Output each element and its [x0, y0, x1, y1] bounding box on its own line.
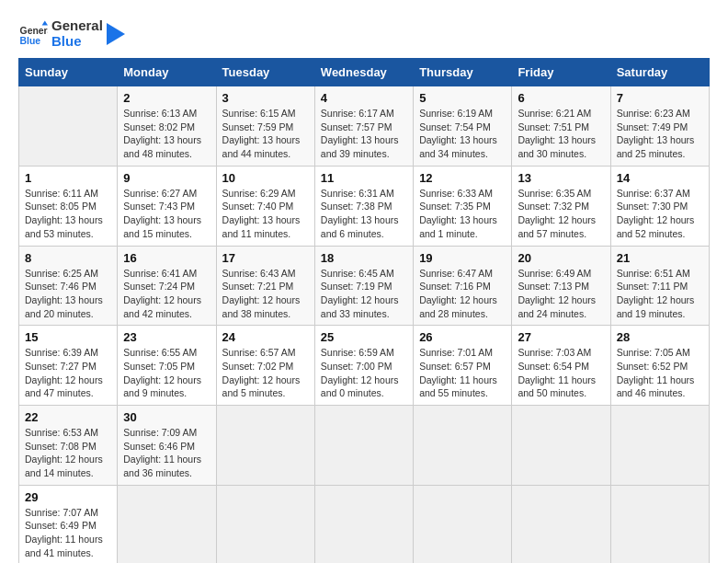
calendar-week-row: 8Sunrise: 6:25 AMSunset: 7:46 PMDaylight…	[19, 246, 710, 326]
calendar-cell: 6Sunrise: 6:21 AMSunset: 7:51 PMDaylight…	[512, 86, 610, 167]
svg-text:General: General	[20, 26, 48, 36]
daylight-text: Daylight: 12 hours and 5 minutes.	[222, 374, 301, 399]
sunset-text: Sunset: 7:32 PM	[518, 201, 589, 212]
day-info: Sunrise: 6:11 AMSunset: 8:05 PMDaylight:…	[25, 187, 111, 241]
sunrise-text: Sunrise: 7:05 AM	[617, 347, 690, 358]
calendar-cell: 18Sunrise: 6:45 AMSunset: 7:19 PMDayligh…	[314, 246, 413, 326]
day-info: Sunrise: 7:07 AMSunset: 6:49 PMDaylight:…	[25, 506, 111, 560]
day-info: Sunrise: 6:53 AMSunset: 7:08 PMDaylight:…	[25, 426, 111, 480]
sunrise-text: Sunrise: 6:27 AM	[123, 188, 197, 199]
daylight-text: Daylight: 11 hours and 50 minutes.	[518, 374, 596, 399]
sunrise-text: Sunrise: 6:53 AM	[25, 427, 98, 438]
calendar-cell: 19Sunrise: 6:47 AMSunset: 7:16 PMDayligh…	[414, 246, 512, 326]
sunrise-text: Sunrise: 7:01 AM	[419, 347, 493, 358]
day-info: Sunrise: 6:59 AMSunset: 7:00 PMDaylight:…	[321, 346, 407, 400]
sunrise-text: Sunrise: 6:13 AM	[123, 108, 197, 119]
day-number: 8	[25, 251, 111, 265]
day-info: Sunrise: 6:35 AMSunset: 7:32 PMDaylight:…	[518, 187, 604, 241]
day-info: Sunrise: 6:57 AMSunset: 7:02 PMDaylight:…	[222, 346, 309, 400]
day-number: 24	[222, 330, 309, 344]
day-number: 29	[25, 490, 111, 504]
sunrise-text: Sunrise: 6:51 AM	[617, 268, 690, 279]
day-info: Sunrise: 7:03 AMSunset: 6:54 PMDaylight:…	[518, 346, 604, 400]
daylight-text: Daylight: 13 hours and 20 minutes.	[25, 294, 103, 319]
calendar-cell	[512, 485, 610, 563]
calendar-cell: 15Sunrise: 6:39 AMSunset: 7:27 PMDayligh…	[19, 326, 118, 406]
calendar-cell: 9Sunrise: 6:27 AMSunset: 7:43 PMDaylight…	[118, 166, 216, 246]
sunset-text: Sunset: 7:30 PM	[617, 201, 688, 212]
col-monday: Monday	[118, 59, 216, 86]
day-info: Sunrise: 6:29 AMSunset: 7:40 PMDaylight:…	[222, 187, 309, 241]
daylight-text: Daylight: 11 hours and 36 minutes.	[123, 454, 201, 478]
sunrise-text: Sunrise: 6:43 AM	[222, 268, 296, 279]
calendar-cell: 21Sunrise: 6:51 AMSunset: 7:11 PMDayligh…	[610, 246, 709, 326]
col-saturday: Saturday	[610, 59, 709, 86]
sunrise-text: Sunrise: 7:09 AM	[123, 427, 197, 438]
sunset-text: Sunset: 7:54 PM	[419, 121, 491, 132]
day-number: 7	[617, 91, 703, 105]
day-number: 22	[25, 410, 111, 424]
calendar-cell: 2Sunrise: 6:13 AMSunset: 8:02 PMDaylight…	[118, 86, 216, 167]
calendar-cell	[414, 406, 512, 486]
sunrise-text: Sunrise: 6:37 AM	[617, 188, 690, 199]
daylight-text: Daylight: 12 hours and 52 minutes.	[617, 214, 695, 239]
sunset-text: Sunset: 7:08 PM	[25, 441, 97, 452]
daylight-text: Daylight: 13 hours and 30 minutes.	[518, 134, 596, 159]
day-info: Sunrise: 6:15 AMSunset: 7:59 PMDaylight:…	[222, 107, 309, 161]
calendar-cell: 28Sunrise: 7:05 AMSunset: 6:52 PMDayligh…	[610, 326, 709, 406]
day-info: Sunrise: 6:19 AMSunset: 7:54 PMDaylight:…	[419, 107, 506, 161]
sunset-text: Sunset: 7:19 PM	[321, 281, 392, 292]
day-number: 1	[25, 171, 111, 185]
day-info: Sunrise: 6:41 AMSunset: 7:24 PMDaylight:…	[123, 267, 210, 321]
sunrise-text: Sunrise: 6:21 AM	[518, 108, 591, 119]
daylight-text: Daylight: 12 hours and 0 minutes.	[321, 374, 399, 399]
sunset-text: Sunset: 7:38 PM	[321, 201, 392, 212]
page-header: General Blue General Blue	[18, 18, 710, 49]
calendar-week-row: 15Sunrise: 6:39 AMSunset: 7:27 PMDayligh…	[19, 326, 710, 406]
day-number: 18	[321, 251, 407, 265]
col-tuesday: Tuesday	[216, 59, 314, 86]
day-number: 3	[222, 91, 309, 105]
daylight-text: Daylight: 13 hours and 34 minutes.	[419, 134, 497, 159]
sunrise-text: Sunrise: 6:25 AM	[25, 268, 98, 279]
calendar-cell: 26Sunrise: 7:01 AMSunset: 6:57 PMDayligh…	[414, 326, 512, 406]
sunset-text: Sunset: 7:49 PM	[617, 121, 688, 132]
daylight-text: Daylight: 11 hours and 41 minutes.	[25, 534, 103, 558]
day-number: 21	[617, 251, 703, 265]
sunrise-text: Sunrise: 6:59 AM	[321, 347, 394, 358]
sunrise-text: Sunrise: 6:31 AM	[321, 188, 394, 199]
sunrise-text: Sunrise: 6:29 AM	[222, 188, 296, 199]
sunset-text: Sunset: 6:54 PM	[518, 361, 589, 372]
sunrise-text: Sunrise: 6:39 AM	[25, 347, 98, 358]
day-info: Sunrise: 6:49 AMSunset: 7:13 PMDaylight:…	[518, 267, 604, 321]
calendar-table: Sunday Monday Tuesday Wednesday Thursday…	[18, 58, 710, 563]
calendar-cell: 20Sunrise: 6:49 AMSunset: 7:13 PMDayligh…	[512, 246, 610, 326]
daylight-text: Daylight: 12 hours and 57 minutes.	[518, 214, 596, 239]
calendar-cell: 4Sunrise: 6:17 AMSunset: 7:57 PMDaylight…	[314, 86, 413, 167]
col-thursday: Thursday	[414, 59, 512, 86]
calendar-week-row: 2Sunrise: 6:13 AMSunset: 8:02 PMDaylight…	[19, 86, 710, 167]
day-number: 11	[321, 171, 407, 185]
daylight-text: Daylight: 13 hours and 11 minutes.	[222, 214, 301, 239]
day-info: Sunrise: 6:55 AMSunset: 7:05 PMDaylight:…	[123, 346, 210, 400]
day-number: 13	[518, 171, 604, 185]
daylight-text: Daylight: 12 hours and 19 minutes.	[617, 294, 695, 319]
daylight-text: Daylight: 13 hours and 1 minute.	[419, 214, 497, 239]
svg-marker-3	[107, 23, 125, 45]
calendar-cell: 1Sunrise: 6:11 AMSunset: 8:05 PMDaylight…	[19, 166, 118, 246]
calendar-cell: 14Sunrise: 6:37 AMSunset: 7:30 PMDayligh…	[610, 166, 709, 246]
day-number: 2	[123, 91, 210, 105]
sunset-text: Sunset: 8:02 PM	[123, 121, 195, 132]
sunrise-text: Sunrise: 6:47 AM	[419, 268, 493, 279]
svg-text:Blue: Blue	[20, 36, 41, 46]
calendar-header-row: Sunday Monday Tuesday Wednesday Thursday…	[19, 59, 710, 86]
logo-general: General	[51, 18, 103, 34]
day-number: 27	[518, 330, 604, 344]
daylight-text: Daylight: 11 hours and 55 minutes.	[419, 374, 497, 399]
logo-blue: Blue	[51, 34, 103, 50]
day-info: Sunrise: 6:43 AMSunset: 7:21 PMDaylight:…	[222, 267, 309, 321]
calendar-cell: 17Sunrise: 6:43 AMSunset: 7:21 PMDayligh…	[216, 246, 314, 326]
day-number: 5	[419, 91, 506, 105]
sunset-text: Sunset: 6:52 PM	[617, 361, 688, 372]
daylight-text: Daylight: 12 hours and 38 minutes.	[222, 294, 301, 319]
